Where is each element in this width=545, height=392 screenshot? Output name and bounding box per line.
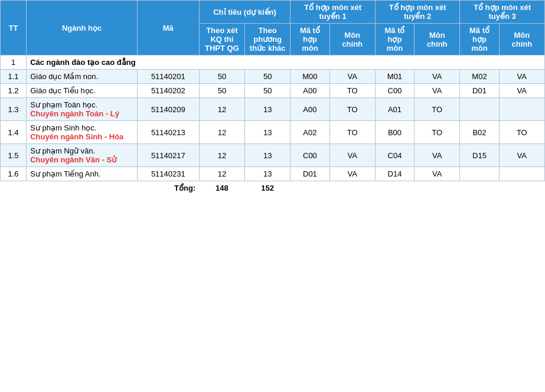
cell-ma2: B00 bbox=[375, 121, 414, 144]
cell-mon1: TO bbox=[329, 98, 375, 121]
table-row: 1.6 Sư phạm Tiếng Anh. 51140231 12 13 D0… bbox=[1, 167, 545, 181]
header-tohop1-ma: Mã tổ hợp môn bbox=[291, 24, 329, 55]
footer-label: Tổng: bbox=[1, 181, 200, 195]
cell-mon1: VA bbox=[329, 167, 375, 181]
cell-ma3: D01 bbox=[460, 84, 499, 98]
cell-mon1: VA bbox=[329, 144, 375, 167]
cell-tt: 1.2 bbox=[1, 84, 27, 98]
cell-ma3: D15 bbox=[460, 144, 499, 167]
cell-ma1: A00 bbox=[291, 84, 329, 98]
cell-ma: 51140217 bbox=[137, 144, 199, 167]
cell-phuong: 50 bbox=[245, 84, 291, 98]
cell-ma3 bbox=[460, 98, 499, 121]
cell-ma1: M00 bbox=[291, 70, 329, 84]
cell-mon3: VA bbox=[499, 84, 544, 98]
table-row: 1.4 Sư phạm Sinh học.Chuyên ngành Sinh -… bbox=[1, 121, 545, 144]
cell-ma2: C04 bbox=[375, 144, 414, 167]
header-tohop3: Tổ hợp môn xét tuyển 3 bbox=[460, 1, 545, 24]
cell-ma: 51140202 bbox=[137, 84, 199, 98]
cell-mon1: VA bbox=[329, 70, 375, 84]
header-chitieu: Chỉ tiêu (dự kiến) bbox=[199, 1, 291, 24]
header-tt: TT bbox=[1, 1, 27, 55]
table-row: 1.2 Giáo dục Tiểu học. 51140202 50 50 A0… bbox=[1, 84, 545, 98]
table-row: 1.5 Sư phạm Ngữ văn.Chuyên ngành Văn - S… bbox=[1, 144, 545, 167]
cell-tt: 1 bbox=[1, 55, 27, 70]
cell-thpt: 12 bbox=[199, 121, 244, 144]
cell-nganh: Giáo dục Mầm non. bbox=[27, 70, 138, 84]
cell-mon3 bbox=[499, 98, 544, 121]
cell-mon2: VA bbox=[415, 144, 460, 167]
cell-mon2: VA bbox=[415, 70, 460, 84]
header-ma: Mã bbox=[137, 1, 199, 55]
cell-tt: 1.3 bbox=[1, 98, 27, 121]
main-table: TT Ngành học Mã Chỉ tiêu (dự kiến) Tổ hợ… bbox=[0, 0, 545, 195]
cell-nganh-group: Các ngành đào tạo cao đẳng bbox=[27, 55, 545, 70]
header-chitieu-thpt: Theo xét KQ thi THPT QG bbox=[199, 24, 244, 55]
cell-ma3: M02 bbox=[460, 70, 499, 84]
cell-thpt: 50 bbox=[199, 84, 244, 98]
cell-ma1: A02 bbox=[291, 121, 329, 144]
cell-tt: 1.6 bbox=[1, 167, 27, 181]
cell-tt: 1.5 bbox=[1, 144, 27, 167]
cell-ma2: A01 bbox=[375, 98, 414, 121]
cell-nganh: Giáo dục Tiểu học. bbox=[27, 84, 138, 98]
table-wrapper: TT Ngành học Mã Chỉ tiêu (dự kiến) Tổ hợ… bbox=[0, 0, 545, 195]
cell-nganh: Sư phạm Tiếng Anh. bbox=[27, 167, 138, 181]
cell-thpt: 12 bbox=[199, 98, 244, 121]
cell-phuong: 13 bbox=[245, 121, 291, 144]
footer-phuong-total: 152 bbox=[245, 181, 291, 195]
table-row: 1.3 Sư phạm Toán học.Chuyên ngành Toán -… bbox=[1, 98, 545, 121]
cell-ma1: C00 bbox=[291, 144, 329, 167]
cell-thpt: 50 bbox=[199, 70, 244, 84]
footer-thpt-total: 148 bbox=[199, 181, 244, 195]
cell-phuong: 13 bbox=[245, 144, 291, 167]
header-tohop2: Tổ hợp môn xét tuyển 2 bbox=[375, 1, 460, 24]
header-tohop3-mon: Môn chính bbox=[499, 24, 544, 55]
header-tohop1: Tổ hợp môn xét tuyển 1 bbox=[291, 1, 376, 24]
cell-mon3 bbox=[499, 167, 544, 181]
footer-row: Tổng: 148 152 bbox=[1, 181, 545, 195]
cell-mon2: VA bbox=[415, 167, 460, 181]
cell-ma2: D14 bbox=[375, 167, 414, 181]
header-chitieu-phuong: Theo phương thức khác bbox=[245, 24, 291, 55]
cell-phuong: 13 bbox=[245, 167, 291, 181]
header-tohop2-mon: Môn chính bbox=[415, 24, 460, 55]
cell-ma2: M01 bbox=[375, 70, 414, 84]
cell-mon1: TO bbox=[329, 121, 375, 144]
header-nganh: Ngành học bbox=[27, 1, 138, 55]
cell-ma: 51140213 bbox=[137, 121, 199, 144]
header-tohop3-ma: Mã tổ hợp môn bbox=[460, 24, 499, 55]
cell-nganh: Sư phạm Sinh học.Chuyên ngành Sinh - Hóa bbox=[27, 121, 138, 144]
cell-nganh: Sư phạm Toán học.Chuyên ngành Toán - Lý bbox=[27, 98, 138, 121]
cell-ma3: B02 bbox=[460, 121, 499, 144]
table-row: 1.1 Giáo dục Mầm non. 51140201 50 50 M00… bbox=[1, 70, 545, 84]
cell-tt: 1.4 bbox=[1, 121, 27, 144]
cell-ma1: D01 bbox=[291, 167, 329, 181]
cell-ma: 51140201 bbox=[137, 70, 199, 84]
cell-nganh: Sư phạm Ngữ văn.Chuyên ngành Văn - Sử bbox=[27, 144, 138, 167]
cell-mon3: TO bbox=[499, 121, 544, 144]
cell-mon1: TO bbox=[329, 84, 375, 98]
cell-phuong: 13 bbox=[245, 98, 291, 121]
cell-thpt: 12 bbox=[199, 167, 244, 181]
cell-tt: 1.1 bbox=[1, 70, 27, 84]
cell-thpt: 12 bbox=[199, 144, 244, 167]
header-tohop2-ma: Mã tổ hợp môn bbox=[375, 24, 414, 55]
cell-ma: 51140209 bbox=[137, 98, 199, 121]
table-row: 1 Các ngành đào tạo cao đẳng bbox=[1, 55, 545, 70]
cell-ma1: A00 bbox=[291, 98, 329, 121]
cell-mon3: VA bbox=[499, 144, 544, 167]
cell-ma: 51140231 bbox=[137, 167, 199, 181]
cell-phuong: 50 bbox=[245, 70, 291, 84]
cell-mon3: VA bbox=[499, 70, 544, 84]
cell-ma3 bbox=[460, 167, 499, 181]
cell-mon2: VA bbox=[415, 84, 460, 98]
cell-mon2: TO bbox=[415, 121, 460, 144]
header-tohop1-mon: Môn chính bbox=[329, 24, 375, 55]
cell-ma2: C00 bbox=[375, 84, 414, 98]
cell-mon2: TO bbox=[415, 98, 460, 121]
